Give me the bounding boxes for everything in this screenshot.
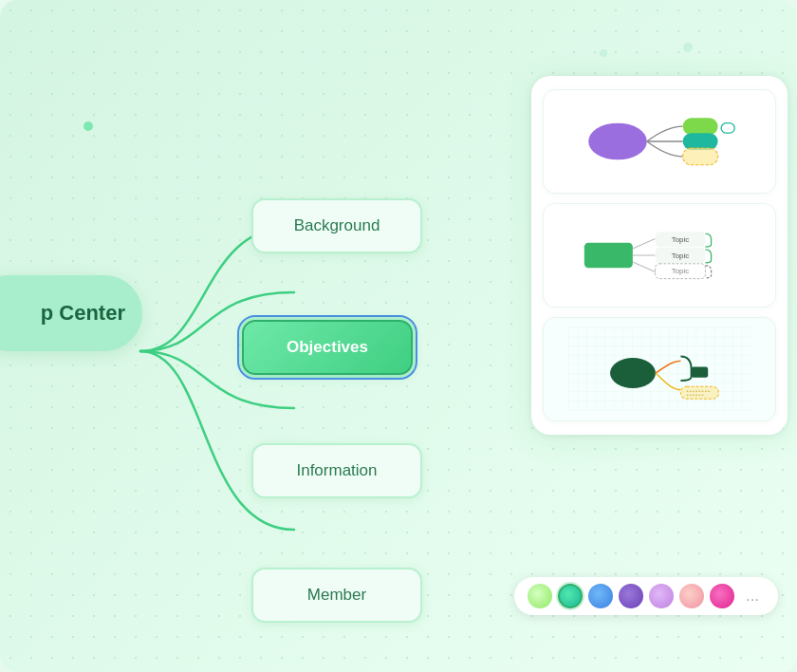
svg-rect-6 (584, 243, 633, 268)
deco-dot-2 (683, 43, 693, 52)
svg-text:Topic: Topic (672, 235, 690, 244)
template-diagram-1 (551, 100, 768, 183)
color-blue[interactable] (588, 584, 613, 608)
color-teal-green[interactable] (558, 584, 583, 608)
color-lavender[interactable] (649, 584, 674, 608)
svg-line-9 (633, 262, 656, 272)
template-card-2[interactable]: Topic Topic Topic (543, 203, 776, 308)
branch-objectives[interactable]: Objectives (242, 320, 413, 375)
information-label: Information (296, 461, 377, 480)
template-diagram-2: Topic Topic Topic (551, 214, 768, 297)
svg-rect-5 (721, 123, 734, 134)
color-purple[interactable] (619, 584, 643, 608)
color-peach[interactable] (679, 584, 704, 608)
background-label: Background (294, 216, 380, 235)
color-palette: ... (514, 577, 778, 615)
center-node: p Center (0, 275, 142, 351)
template-diagram-3 (551, 327, 768, 411)
svg-text:Topic: Topic (672, 267, 690, 275)
svg-rect-18 (692, 367, 709, 378)
mindmap-area: p Center Background Objectives Informati… (0, 57, 531, 645)
svg-text:Topic: Topic (672, 252, 690, 260)
template-card-1[interactable] (543, 89, 776, 194)
svg-line-7 (633, 238, 656, 249)
svg-rect-20 (680, 386, 718, 399)
template-card-3[interactable] (543, 317, 776, 421)
svg-point-17 (610, 358, 656, 388)
objectives-label: Objectives (287, 338, 368, 357)
branch-member[interactable]: Member (251, 568, 422, 623)
branch-information[interactable]: Information (251, 443, 422, 498)
color-light-green[interactable] (528, 584, 552, 608)
template-panel: Topic Topic Topic (531, 76, 788, 435)
main-container: p Center Background Objectives Informati… (0, 0, 797, 672)
svg-rect-2 (683, 133, 718, 150)
member-label: Member (307, 586, 366, 605)
svg-rect-16 (568, 327, 751, 411)
branch-background[interactable]: Background (251, 198, 422, 253)
svg-rect-4 (683, 148, 718, 165)
deco-dot-3 (600, 49, 607, 57)
center-node-label: p Center (41, 301, 125, 326)
svg-point-0 (588, 123, 647, 160)
color-hot-pink[interactable] (710, 584, 734, 608)
more-colors-button[interactable]: ... (740, 584, 765, 608)
svg-rect-1 (683, 118, 718, 135)
